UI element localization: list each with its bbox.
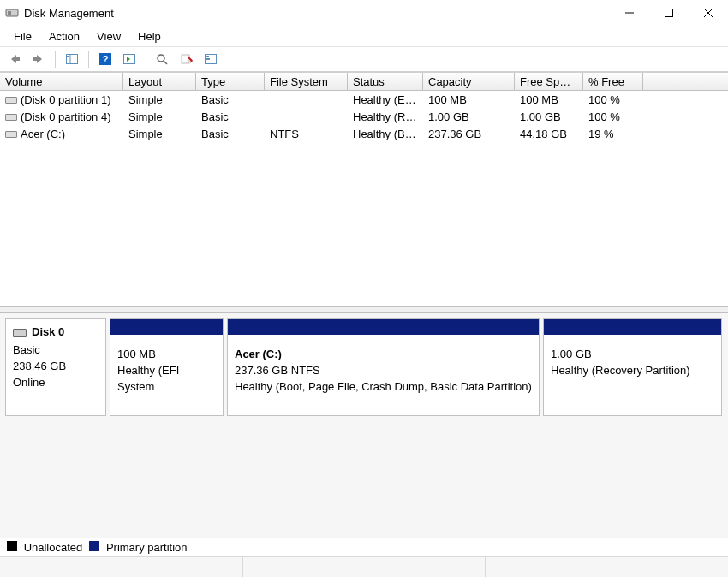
volume-capacity: 100 MB [423,93,515,106]
partition-status: Healthy (Recovery Partition) [551,363,714,379]
rescan-disks-button[interactable] [152,49,174,69]
volume-status: Healthy (E… [348,93,423,106]
legend-primary-label: Primary partition [106,541,188,554]
col-status[interactable]: Status [348,73,423,90]
volume-pct: 100 % [583,93,643,106]
volume-list[interactable]: (Disk 0 partition 1)SimpleBasicHealthy (… [0,91,728,306]
svg-rect-6 [15,57,20,61]
status-segment [243,557,486,577]
close-button[interactable] [689,0,728,26]
menu-action[interactable]: Action [40,28,88,45]
volume-name: Acer (C:) [21,128,65,140]
legend-bar: Unallocated Primary partition [0,538,728,556]
svg-rect-3 [665,9,673,17]
menu-file[interactable]: File [5,28,40,45]
help-button[interactable]: ? [94,49,116,69]
col-capacity[interactable]: Capacity [423,73,515,90]
disk-icon [13,327,27,337]
menu-help[interactable]: Help [129,28,170,45]
disk-capacity: 238.46 GB [13,359,98,375]
volume-capacity: 237.36 GB [423,128,515,140]
volume-layout: Simple [123,128,196,140]
partition-name: Acer (C:) [235,347,532,363]
partition-block[interactable]: 1.00 GBHealthy (Recovery Partition) [543,318,722,416]
status-bar [0,556,728,577]
partition-size: 100 MB [117,347,216,363]
volume-status: Healthy (R… [348,110,423,123]
back-button[interactable] [3,49,26,69]
volume-capacity: 1.00 GB [423,110,515,123]
partition-color-bar [110,319,223,335]
volume-name: (Disk 0 partition 1) [21,93,110,106]
volume-icon [5,112,17,121]
toolbar-separator [146,51,146,68]
toolbar-separator [55,51,56,68]
volume-type: Basic [196,110,265,123]
volume-row[interactable]: (Disk 0 partition 1)SimpleBasicHealthy (… [0,91,728,108]
svg-rect-10 [67,56,69,57]
col-free-space[interactable]: Free Sp… [515,73,583,90]
volume-type: Basic [196,93,265,106]
swatch-unallocated-icon [7,541,17,551]
volume-layout: Simple [123,110,196,123]
volume-free: 100 MB [515,93,583,106]
menu-bar: File Action View Help [0,26,728,46]
volume-name: (Disk 0 partition 4) [21,110,110,123]
volume-row[interactable]: (Disk 0 partition 4)SimpleBasicHealthy (… [0,108,728,125]
partition-color-bar [544,319,721,335]
legend-unallocated: Unallocated [7,541,82,554]
properties-button[interactable] [176,49,198,69]
legend-unallocated-label: Unallocated [24,541,83,554]
svg-rect-1 [8,11,11,15]
col-volume[interactable]: Volume [0,73,123,90]
partition-status: Healthy (EFI System [117,363,216,396]
col-pct-free[interactable]: % Free [583,73,643,90]
svg-rect-19 [206,58,210,60]
show-hide-tree-button[interactable] [61,49,83,69]
disk-info-panel[interactable]: Disk 0 Basic 238.46 GB Online [5,318,106,416]
settings-button[interactable] [200,49,222,69]
disk-name: Disk 0 [32,324,64,341]
disk-type: Basic [13,342,98,359]
status-segment [0,557,243,577]
minimize-button[interactable] [610,0,649,26]
partition-color-bar [228,319,539,335]
volume-list-header: Volume Layout Type File System Status Ca… [0,72,728,91]
volume-pct: 100 % [583,110,643,123]
partition-size: 1.00 GB [551,347,714,363]
legend-primary: Primary partition [89,541,187,554]
volume-row[interactable]: Acer (C:)SimpleBasicNTFSHealthy (B…237.3… [0,125,728,142]
volume-type: Basic [196,128,265,140]
menu-view[interactable]: View [88,28,129,45]
svg-point-14 [158,55,164,62]
col-filesystem[interactable]: File System [265,73,348,90]
status-segment [486,557,728,577]
pane-splitter[interactable] [0,306,728,313]
volume-icon [5,129,17,138]
col-type[interactable]: Type [196,73,265,90]
partition-size: 237.36 GB NTFS [235,363,532,379]
window-title: Disk Management [24,7,114,20]
disk-state: Online [13,375,98,391]
volume-layout: Simple [123,93,196,106]
partition-block[interactable]: 100 MBHealthy (EFI System [110,318,224,416]
refresh-button[interactable] [118,49,140,69]
volume-free: 1.00 GB [515,110,583,123]
svg-line-15 [164,61,167,64]
volume-free: 44.18 GB [515,128,583,140]
forward-button[interactable] [27,49,50,69]
svg-text:?: ? [103,54,109,64]
title-bar: Disk Management [0,0,728,26]
svg-rect-18 [206,56,209,57]
toolbar: ? [0,46,728,72]
toolbar-separator [88,51,89,68]
volume-pct: 19 % [583,128,643,140]
col-layout[interactable]: Layout [123,73,196,90]
maximize-button[interactable] [649,0,689,26]
app-icon [5,6,19,20]
partition-status: Healthy (Boot, Page File, Crash Dump, Ba… [235,379,532,396]
col-spacer [643,73,728,90]
partition-block[interactable]: Acer (C:)237.36 GB NTFSHealthy (Boot, Pa… [227,318,540,416]
swatch-primary-icon [89,541,99,551]
disk-row[interactable]: Disk 0 Basic 238.46 GB Online 100 MBHeal… [5,318,723,416]
